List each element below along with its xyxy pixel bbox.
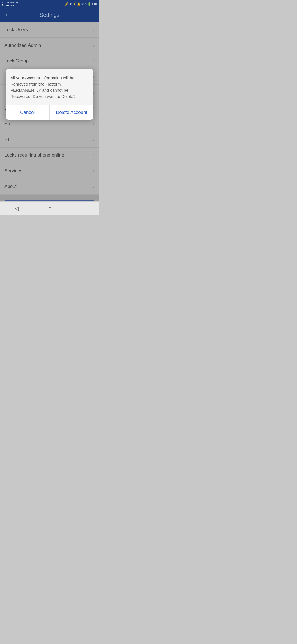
status-right: 🔑 👁 ⚡ 🔔 38% 🔋 3:18 xyxy=(65,2,97,6)
time: 3:18 xyxy=(92,2,97,6)
status-bar: China Telecom No service 🔑 👁 ⚡ 🔔 38% 🔋 3… xyxy=(0,0,99,8)
carrier-status: No service xyxy=(2,4,18,7)
confirm-dialog: All your Account Information will be Rem… xyxy=(6,69,94,120)
key-icon: 🔑 xyxy=(65,2,68,6)
nav-bar: ◁ ○ □ xyxy=(0,201,99,215)
app-header: ← Settings xyxy=(0,8,99,22)
nav-home-button[interactable]: ○ xyxy=(48,205,51,211)
battery-level: 38% xyxy=(81,2,87,6)
cancel-button[interactable]: Cancel xyxy=(6,105,50,120)
bluetooth-icon: ⚡ xyxy=(73,2,76,6)
page-title: Settings xyxy=(40,12,59,18)
content-area: Lock Users › Authorized Admin › Lock Gro… xyxy=(0,22,99,201)
carrier-name: China Telecom xyxy=(2,1,18,4)
nav-back-button[interactable]: ◁ xyxy=(15,205,19,212)
back-button[interactable]: ← xyxy=(4,11,10,18)
nav-recent-button[interactable]: □ xyxy=(81,205,84,211)
alarm-icon: 🔔 xyxy=(77,2,80,6)
dialog-buttons: Cancel Delete Account xyxy=(6,105,94,120)
delete-account-button[interactable]: Delete Account xyxy=(50,105,94,120)
dialog-message: All your Account Information will be Rem… xyxy=(6,69,94,105)
page: China Telecom No service 🔑 👁 ⚡ 🔔 38% 🔋 3… xyxy=(0,0,99,215)
battery-icon: 🔋 xyxy=(87,2,91,6)
carrier-info: China Telecom No service xyxy=(2,1,18,7)
eye-icon: 👁 xyxy=(69,2,72,6)
